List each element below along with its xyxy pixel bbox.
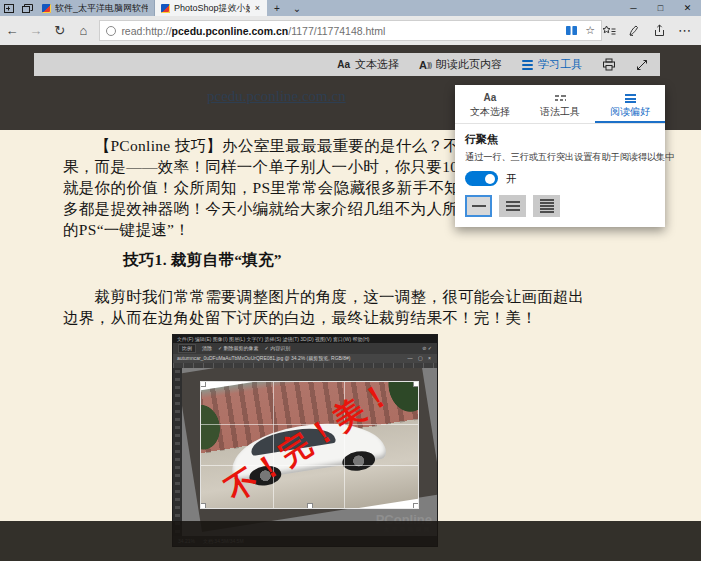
text-options-icon: Aa [455,90,525,103]
reading-view-toolbar: Aa 文本选择 A))) 朗读此页内容 学习工具 [34,53,660,76]
tab-title: 软件_太平洋电脑网软件资讯 [55,2,148,15]
panel-tab-reading-preferences[interactable]: 阅读偏好 [595,85,665,123]
url-text: read:http://pcedu.pconline.com.cn/1177/1… [121,25,560,37]
line-focus-title: 行聚焦 [465,132,655,147]
line-focus-description: 通过一行、三行或五行突出设置有助于阅读得以集中 [465,151,655,164]
favorites-hub-icon[interactable] [602,25,616,37]
back-icon[interactable]: ← [0,23,24,38]
new-tab-button[interactable]: + [267,0,287,16]
panel-tab-grammar-tools[interactable]: 语法工具 [525,85,595,123]
web-note-pen-icon[interactable] [628,24,641,37]
learning-tools-button[interactable]: 学习工具 [522,57,582,72]
panel-tab-text-options[interactable]: Aa 文本选择 [455,85,525,123]
page-info-icon[interactable] [106,26,116,36]
print-button[interactable] [602,58,616,71]
url-input[interactable]: read:http://pcedu.pconline.com.cn/1177/1… [99,20,602,41]
ps-checkbox-content-aware: ✓ 内容识别 [265,343,291,354]
learning-tools-icon [522,60,533,70]
article-image-photoshop-screenshot: 文件(F) 编辑(E) 图像(I) 图层(L) 文字(Y) 选择(S) 滤镜(T… [173,335,437,546]
read-aloud-button[interactable]: A))) 朗读此页内容 [419,57,502,72]
set-tabs-aside-icon[interactable] [0,0,18,16]
tab-preview-chevron-icon[interactable]: ⌄ [287,0,307,16]
title-bar: 软件_太平洋电脑网软件资讯 PhotoShop提效小妙招！ × + ⌄ ─ □ … [0,0,701,16]
line-focus-toggle[interactable] [465,171,498,186]
address-bar: ← → ↻ ⌂ read:http://pcedu.pconline.com.c… [0,16,701,46]
reading-preferences-icon [595,90,665,103]
article-heading: 技巧1. 裁剪自带“填充” [123,250,282,271]
ps-canvas: 不！完！美！ [182,368,437,536]
forward-icon[interactable]: → [24,23,48,38]
paragraph-line: 【PConline 技巧】办公室里最最最重要的是什么？不是结 [63,136,491,157]
ps-menu-bar: 文件(F) 编辑(E) 图像(I) 图层(L) 文字(Y) 选择(S) 滤镜(T… [173,335,437,343]
fullscreen-expand-icon[interactable] [636,59,648,71]
text-options-button[interactable]: Aa 文本选择 [337,57,399,72]
close-tab-icon[interactable]: × [254,3,261,13]
ps-tool-column [173,368,182,536]
focus-three-lines-button[interactable] [499,195,526,217]
ps-clear-button: 清除 [202,343,212,354]
reading-view-icon[interactable] [565,25,578,36]
grammar-tools-icon [525,90,595,103]
paragraph-line: 边界，从而在边角处留下讨厌的白边，最终让裁剪结果不！完！美！ [63,308,537,329]
toggle-state-label: 开 [506,172,517,186]
maximize-button[interactable]: □ [647,0,674,16]
pconline-favicon [42,4,51,13]
ps-options-bar: 比例 清除 ✓ 删除裁剪的像素 ✓ 内容识别 ⊘ ✓ [173,343,437,354]
article-source-link[interactable]: pcedu.pconline.com.cn [207,88,346,105]
paragraph-line: 果，而是——效率！同样一个单子别人一小时，你只要10分钟，这 [63,157,522,178]
read-aloud-icon: A))) [419,59,431,71]
tabs-set-aside-icon[interactable] [18,0,36,16]
paragraph-line: 裁剪时我们常常需要调整图片的角度，这一调整，很可能会让画面超出 [63,287,584,308]
text-options-icon: Aa [337,59,350,70]
tab-photoshop-tips[interactable]: PhotoShop提效小妙招！ × [155,0,267,16]
ps-document-tab: autumncar_0uDFuMaAuTbMxOuUrQRE081.jpg @ … [173,354,437,363]
ps-checkbox-delete-pixels: ✓ 删除裁剪的像素 [218,343,259,354]
close-button[interactable]: ✕ [674,0,701,16]
crop-preview-box: 不！完！美！ [201,382,418,508]
line-focus-dim-overlay-bottom [0,521,701,561]
tab-pconline-software[interactable]: 软件_太平洋电脑网软件资讯 [36,0,155,16]
refresh-icon[interactable]: ↻ [48,23,72,38]
focus-one-line-button[interactable] [465,195,492,217]
pconline-favicon [161,4,170,13]
tab-title: PhotoShop提效小妙招！ [174,2,250,15]
ps-ratio-dropdown: 比例 [178,344,196,353]
focus-five-lines-button[interactable] [533,195,560,217]
learning-tools-panel: Aa 文本选择 语法工具 阅读偏好 行聚焦 通过一 [455,85,665,227]
reading-view-page: Aa 文本选择 A))) 朗读此页内容 学习工具 pcedu.pconline.… [0,45,701,561]
ps-options-right-icons: ⊘ ✓ [422,343,432,354]
paragraph-line: 的PS“一键提速”！ [63,220,190,241]
browser-window: 软件_太平洋电脑网软件资讯 PhotoShop提效小妙招！ × + ⌄ ─ □ … [0,0,701,561]
add-favorite-star-icon[interactable]: ☆ [585,24,595,37]
share-icon[interactable] [653,24,666,37]
settings-more-icon[interactable]: ⋯ [678,23,691,38]
home-icon[interactable]: ⌂ [72,23,96,38]
minimize-button[interactable]: ─ [620,0,647,16]
